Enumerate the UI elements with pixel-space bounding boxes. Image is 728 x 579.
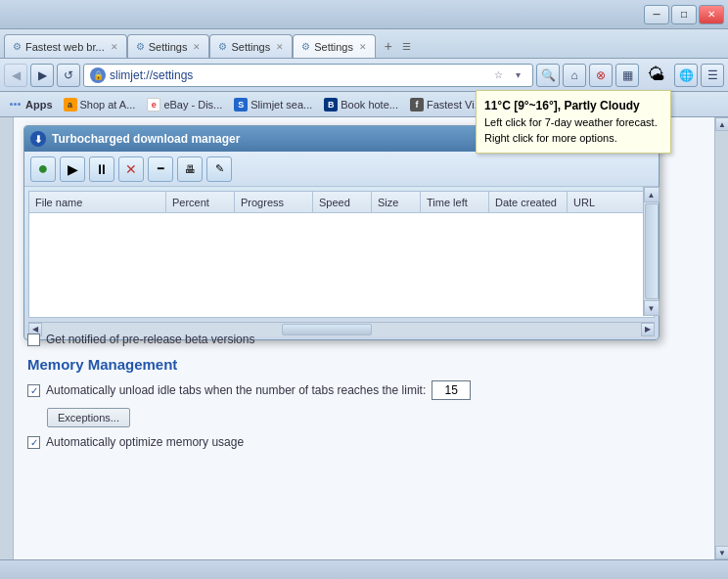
unload-tabs-label: Automatically unload idle tabs when the … xyxy=(46,383,426,397)
tab-label-2: Settings xyxy=(149,41,188,53)
ebay-favicon: e xyxy=(147,98,160,111)
secure-icon: 🔒 xyxy=(90,67,106,83)
dialog-toolbar: ● ▶ ⏸ ✕ ━ 🖶 ✎ xyxy=(24,152,659,187)
status-bar xyxy=(0,559,728,579)
address-actions: ☆ ▾ xyxy=(489,67,526,84)
pause-button[interactable]: ⏸ xyxy=(89,156,114,182)
weather-area: 🌤 11°C [9°~16°], Partly Cloudy Left clic… xyxy=(642,63,671,88)
tab-icon-1: ⚙ xyxy=(13,41,22,52)
col-header-size: Size xyxy=(372,192,421,212)
table-header: File name Percent Progress Speed Size Ti… xyxy=(29,192,654,213)
bookmark-booking-label: Book hote... xyxy=(341,99,398,111)
menu-button[interactable]: ☰ xyxy=(701,64,724,87)
search-icon[interactable]: 🔍 xyxy=(536,64,560,87)
stop-button[interactable]: ⊗ xyxy=(589,64,613,87)
cancel-button[interactable]: ✕ xyxy=(118,156,144,182)
bookmark-booking[interactable]: B Book hote... xyxy=(319,96,403,113)
forward-button[interactable]: ▶ xyxy=(30,64,54,87)
weather-line1: Left click for 7-day weather forecast. xyxy=(484,114,662,131)
new-tab-button[interactable]: + xyxy=(378,36,399,56)
beta-notify-row: Get notified of pre-release beta version… xyxy=(27,333,701,346)
left-scrollbar[interactable] xyxy=(0,117,14,559)
bookmark-ebay[interactable]: e eBay - Dis... xyxy=(142,96,227,113)
vscroll-thumb[interactable] xyxy=(645,203,659,299)
bookmark-slimjet[interactable]: S Slimjet sea... xyxy=(229,96,317,113)
minimize-button[interactable]: ─ xyxy=(644,5,669,24)
tab-icon-4: ⚙ xyxy=(301,41,310,52)
col-header-percent: Percent xyxy=(166,192,235,212)
print-button[interactable]: 🖶 xyxy=(177,156,203,182)
tab-icon-3: ⚙ xyxy=(218,41,227,52)
exceptions-row: Exceptions... xyxy=(47,408,701,427)
col-header-url: URL xyxy=(568,192,654,212)
page-scroll-up-arrow[interactable]: ▲ xyxy=(715,117,728,131)
bookmark-star-icon[interactable]: ☆ xyxy=(489,67,507,84)
weather-tooltip: 11°C [9°~16°], Partly Cloudy Left click … xyxy=(476,90,671,154)
tab-bar: ⚙ Fastest web br... ✕ ⚙ Settings ✕ ⚙ Set… xyxy=(0,29,728,59)
apps-button[interactable]: Apps xyxy=(6,97,57,112)
extensions-button[interactable]: ▦ xyxy=(615,64,639,87)
maximize-button[interactable]: □ xyxy=(671,5,697,24)
vscroll-down-arrow[interactable]: ▼ xyxy=(644,300,660,316)
unload-limit-input[interactable] xyxy=(432,380,471,400)
tab-close-3[interactable]: ✕ xyxy=(276,42,284,52)
tab-menu-button[interactable]: ☰ xyxy=(399,36,415,56)
vscroll-up-arrow[interactable]: ▲ xyxy=(644,187,660,202)
weather-button[interactable]: 🌤 xyxy=(642,63,671,88)
tab-1[interactable]: ⚙ Fastest web br... ✕ xyxy=(4,34,127,58)
download-table: File name Percent Progress Speed Size Ti… xyxy=(28,191,655,318)
tab-close-2[interactable]: ✕ xyxy=(193,42,201,52)
page-main: Slimjet Settings ownloads, background ap… xyxy=(14,117,714,559)
col-header-timeleft: Time left xyxy=(421,192,489,212)
edit-button[interactable]: ✎ xyxy=(206,156,232,182)
tab-close-4[interactable]: ✕ xyxy=(359,42,367,52)
tab-2[interactable]: ⚙ Settings ✕ xyxy=(127,34,210,58)
col-header-datecreated: Date created xyxy=(489,192,568,212)
weather-line2: Right click for more options. xyxy=(484,130,662,147)
home-button[interactable]: ⌂ xyxy=(563,64,586,87)
add-download-button[interactable]: ● xyxy=(30,156,56,182)
optimize-memory-checkbox[interactable] xyxy=(27,436,40,449)
col-header-filename: File name xyxy=(29,192,166,212)
memory-management-heading: Memory Management xyxy=(27,356,701,373)
page-lower: Get notified of pre-release beta version… xyxy=(27,333,701,459)
dialog-app-icon: ⬇ xyxy=(30,131,46,147)
weather-temp: 11°C [9°~16°], Partly Cloudy xyxy=(484,97,662,114)
title-bar-buttons: ─ □ ✕ xyxy=(644,5,724,24)
resume-button[interactable]: ▶ xyxy=(60,156,85,182)
page-scroll-track[interactable] xyxy=(715,131,728,546)
tab-4[interactable]: ⚙ Settings ✕ xyxy=(293,34,376,58)
back-button[interactable]: ◀ xyxy=(4,64,27,87)
bookmark-slimjet-label: Slimjet sea... xyxy=(250,99,312,111)
page-content: Slimjet Settings ownloads, background ap… xyxy=(0,117,728,559)
tab-label-3: Settings xyxy=(231,41,270,53)
page-right-scrollbar[interactable]: ▲ ▼ xyxy=(714,117,728,559)
apps-grid-icon xyxy=(10,103,21,106)
tab-close-1[interactable]: ✕ xyxy=(111,42,118,52)
dialog-vertical-scrollbar[interactable]: ▲ ▼ xyxy=(643,187,659,316)
remove-button[interactable]: ━ xyxy=(148,156,173,182)
address-dropdown-icon[interactable]: ▾ xyxy=(509,67,526,84)
booking-favicon: B xyxy=(324,98,338,111)
address-bar[interactable]: 🔒 slimjet://settings ☆ ▾ xyxy=(83,64,533,87)
browser-window: ─ □ ✕ ⚙ Fastest web br... ✕ ⚙ Settings ✕… xyxy=(0,0,728,579)
col-header-speed: Speed xyxy=(313,192,372,212)
fastest-favicon: f xyxy=(410,98,424,111)
tab-label-4: Settings xyxy=(314,41,353,53)
nav-bar: ◀ ▶ ↺ 🔒 slimjet://settings ☆ ▾ 🔍 ⌂ ⊗ ▦ 🌤… xyxy=(0,59,728,92)
download-manager-dialog: ⬇ Turbocharged download manager ─ □ ✕ ● … xyxy=(23,125,660,340)
beta-notify-checkbox[interactable] xyxy=(27,334,40,346)
beta-notify-label: Get notified of pre-release beta version… xyxy=(46,333,254,346)
table-body xyxy=(29,213,654,317)
bookmark-amazon-label: Shop at A... xyxy=(80,99,136,111)
translate-button[interactable]: 🌐 xyxy=(674,64,698,87)
page-scroll-down-arrow[interactable]: ▼ xyxy=(715,546,728,559)
bookmark-amazon[interactable]: a Shop at A... xyxy=(59,96,141,113)
unload-tabs-checkbox[interactable] xyxy=(27,384,40,397)
optimize-memory-row: Automatically optimize memory usage xyxy=(27,435,701,449)
tab-3[interactable]: ⚙ Settings ✕ xyxy=(209,34,293,58)
close-button[interactable]: ✕ xyxy=(699,5,724,24)
exceptions-button[interactable]: Exceptions... xyxy=(47,408,130,427)
reload-button[interactable]: ↺ xyxy=(57,64,80,87)
optimize-memory-label: Automatically optimize memory usage xyxy=(46,435,244,449)
